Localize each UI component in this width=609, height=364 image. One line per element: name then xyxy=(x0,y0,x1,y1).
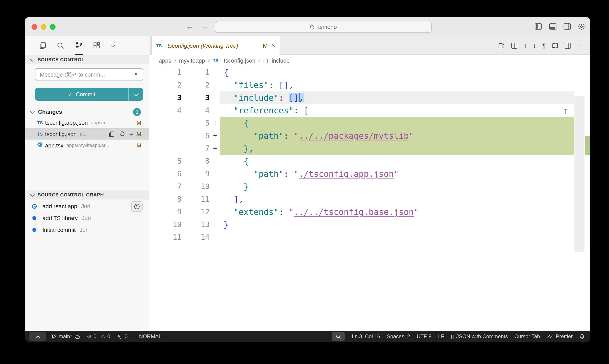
discard-changes-icon[interactable] xyxy=(119,131,125,137)
formatter-indicator[interactable]: ✓✓ Prettier xyxy=(546,333,573,339)
code-line[interactable]: 22 "files": [], xyxy=(149,79,590,91)
next-change-icon[interactable]: ↓ xyxy=(533,42,536,49)
code-line[interactable]: 44 "references": [ xyxy=(149,104,590,117)
settings-gear-icon[interactable] xyxy=(578,23,585,30)
file-path: apps/myviteapp/sr... xyxy=(66,143,133,148)
added-line-marker: + xyxy=(212,117,220,130)
explorer-icon[interactable] xyxy=(39,36,46,55)
command-center[interactable]: tsmono xyxy=(215,21,432,33)
commit-row[interactable]: add react app Juri xyxy=(25,200,149,212)
chevron-down-icon xyxy=(30,56,35,62)
new-line-number: 13 xyxy=(184,218,212,231)
changed-file-row[interactable]: TS tsconfig.app.json apps/m... M xyxy=(25,117,149,128)
source-control-graph-header[interactable]: SOURCE CONTROL GRAPH xyxy=(25,190,149,199)
commit-button[interactable]: ✓ Commit xyxy=(35,88,129,101)
commit-row[interactable]: add TS library Juri xyxy=(25,212,149,224)
forward-button[interactable]: → xyxy=(201,22,209,31)
bell-icon xyxy=(579,333,585,339)
code-line-content xyxy=(220,231,574,244)
breadcrumb-item[interactable]: tsconfig.json xyxy=(224,57,256,64)
encoding-indicator[interactable]: UTF-8 xyxy=(417,333,432,339)
commit-dropdown-button[interactable] xyxy=(129,88,143,101)
eol-text: LF xyxy=(438,333,444,339)
close-window-button[interactable] xyxy=(31,24,37,30)
commit-row[interactable]: Initial commit Juri xyxy=(25,224,149,236)
remote-indicator[interactable]: >< xyxy=(29,332,46,341)
eol-indicator[interactable]: LF xyxy=(438,333,444,339)
extensions-view-icon[interactable] xyxy=(93,36,101,55)
added-line-marker xyxy=(212,231,220,244)
code-line[interactable]: 811 ], xyxy=(149,193,590,206)
stage-changes-icon[interactable]: + xyxy=(129,130,133,137)
code-line[interactable]: 710 } xyxy=(149,180,590,193)
code-line-content: } xyxy=(220,180,574,193)
minimize-window-button[interactable] xyxy=(41,24,46,30)
code-line[interactable]: 6+ "path": "../../packages/mytslib" xyxy=(149,130,590,142)
prev-change-icon[interactable]: ↑ xyxy=(524,42,527,49)
zoom-indicator[interactable] xyxy=(332,332,345,341)
notifications-bell[interactable] xyxy=(579,333,585,339)
toggle-panel-icon[interactable] xyxy=(549,23,557,30)
language-mode-indicator[interactable]: {} JSON with Comments xyxy=(451,333,508,339)
changes-group-row[interactable]: Changes 3 xyxy=(25,107,149,117)
changed-file-row[interactable]: TS tsconfig.json a... + M xyxy=(25,128,149,140)
cursor-tab-indicator[interactable]: Cursor Tab xyxy=(514,333,540,339)
cursor-position-indicator[interactable]: Ln 3, Col 16 xyxy=(352,333,380,339)
open-file-icon[interactable] xyxy=(109,131,115,137)
code-line[interactable]: 58 { xyxy=(149,155,590,168)
code-line-content: { xyxy=(220,117,574,130)
source-control-section-header[interactable]: SOURCE CONTROL xyxy=(25,55,149,64)
open-changes-icon[interactable] xyxy=(499,42,505,49)
file-name: app.tsx xyxy=(45,142,64,149)
command-center-text: tsmono xyxy=(318,24,337,30)
code-line[interactable]: 7+ }, xyxy=(149,142,590,155)
vim-mode-indicator[interactable]: -- NORMAL -- xyxy=(134,333,166,339)
array-symbol-icon: [ ] xyxy=(263,58,268,63)
code-line[interactable]: 5+ { xyxy=(149,117,590,130)
more-views-chevron-icon[interactable] xyxy=(111,36,115,55)
code-line[interactable]: 11{ xyxy=(149,66,590,79)
code-editor[interactable]: 11{22 "files": [],33 "include": [],44 "r… xyxy=(149,66,590,331)
map-icon[interactable] xyxy=(552,42,558,49)
encoding-text: UTF-8 xyxy=(417,333,432,339)
typescript-file-icon: TS xyxy=(37,131,45,136)
breadcrumb-item[interactable]: include xyxy=(272,57,290,64)
tab-tsconfig-working-tree[interactable]: TS tsconfig.json (Working Tree) M × xyxy=(151,36,280,55)
target-icon xyxy=(134,204,140,209)
close-tab-icon[interactable]: × xyxy=(271,42,275,49)
render-whitespace-icon[interactable]: ¶ xyxy=(542,42,545,49)
code-line[interactable]: 1013} xyxy=(149,218,590,231)
checkout-button[interactable] xyxy=(131,201,143,212)
compare-icon[interactable] xyxy=(511,42,518,49)
problems-indicator[interactable]: ⊗0 ⚠0 xyxy=(87,333,110,339)
commit-message: add react app xyxy=(42,203,77,209)
maximize-window-button[interactable] xyxy=(50,24,56,30)
code-line[interactable]: 69 "path": "./tsconfig.app.json" xyxy=(149,168,590,180)
more-actions-icon[interactable]: ⋯ xyxy=(577,42,583,49)
commit-button-label: Commit xyxy=(76,91,95,98)
toggle-secondary-sidebar-icon[interactable] xyxy=(563,23,571,30)
code-line[interactable]: 1114 xyxy=(149,231,590,244)
minimap-slider[interactable] xyxy=(574,96,584,252)
braces-icon: {} xyxy=(451,334,454,339)
warning-count: 0 xyxy=(107,333,110,339)
split-editor-icon[interactable] xyxy=(564,42,571,49)
back-button[interactable]: ← xyxy=(186,22,193,31)
source-control-header-label: SOURCE CONTROL xyxy=(38,57,85,62)
added-line-marker xyxy=(212,79,220,91)
generate-commit-message-icon[interactable]: ✦ xyxy=(133,71,138,78)
added-line-marker xyxy=(212,104,220,117)
code-line[interactable]: 912 "extends": "../../tsconfig.base.json… xyxy=(149,206,590,218)
toggle-primary-sidebar-icon[interactable] xyxy=(535,23,542,30)
source-control-view-icon[interactable] xyxy=(75,36,83,55)
breadcrumb-item[interactable]: myviteapp xyxy=(179,57,205,64)
search-view-icon[interactable] xyxy=(57,36,64,55)
commit-message-input[interactable] xyxy=(35,68,143,81)
branch-indicator[interactable]: main* xyxy=(51,333,80,339)
ports-indicator[interactable]: 0 xyxy=(117,333,128,339)
broadcast-icon xyxy=(117,334,122,339)
indentation-indicator[interactable]: Spaces: 2 xyxy=(387,333,410,339)
breadcrumb-item[interactable]: apps xyxy=(159,57,171,64)
changed-file-row[interactable]: app.tsx apps/myviteapp/sr... M xyxy=(25,140,149,151)
code-line[interactable]: 33 "include": [], xyxy=(149,91,590,104)
